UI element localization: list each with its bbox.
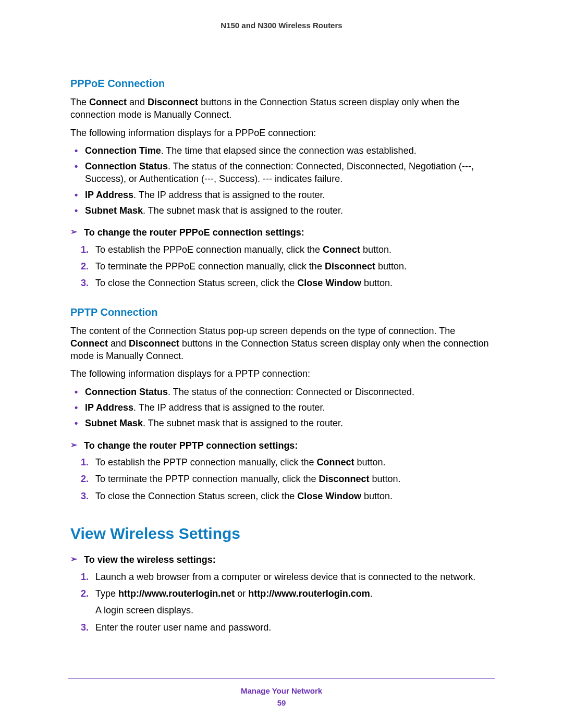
heading-wireless: View Wireless Settings [70,523,495,545]
wireless-procedure-heading: To view the wireless settings: [70,553,495,566]
bold: Subnet Mask [85,205,143,216]
bold: Disconnect [325,261,375,272]
bold: Connection Status [85,161,168,171]
bold: Disconnect [148,97,198,107]
text: . The status of the connection: Connecte… [168,387,414,397]
bold: Connection Time [85,145,161,156]
bold: Connect [70,338,108,349]
heading-pptp: PPTP Connection [70,305,495,319]
text: . The time that elapsed since the connec… [161,145,417,156]
pptp-procedure-heading: To change the router PPTP connection set… [70,439,495,452]
text: or [235,588,248,599]
list-item: To terminate the PPTP connection manuall… [95,473,495,485]
text: and [127,97,148,107]
page-footer: Manage Your Network 59 [0,678,563,707]
bold: IP Address [85,402,133,413]
bold: Connection Status [85,387,168,397]
text: To close the Connection Status screen, c… [95,491,297,501]
bold: Subnet Mask [85,418,143,428]
pptp-intro-2: The following information displays for a… [70,367,495,380]
text: . The subnet mask that is assigned to th… [143,418,343,428]
list-item: Launch a web browser from a computer or … [95,571,495,583]
footer-title: Manage Your Network [0,686,563,695]
list-item: Connection Time. The time that elapsed s… [85,144,495,157]
running-header: N150 and N300 Wireless Routers [0,0,563,30]
list-item: To establish the PPTP connection manuall… [95,456,495,468]
pptp-intro-1: The content of the Connection Status pop… [70,325,495,363]
text: Type [95,588,118,599]
text: button. [375,261,407,272]
bold: Connect [89,97,127,107]
wireless-steps: Launch a web browser from a computer or … [70,571,495,634]
text: . The IP address that is assigned to the… [133,190,325,200]
pppoe-bullets: Connection Time. The time that elapsed s… [70,144,495,217]
bold: Disconnect [319,474,370,484]
pppoe-intro-2: The following information displays for a… [70,127,495,139]
pppoe-steps: To establish the PPPoE connection manual… [70,243,495,290]
text: . The subnet mask that is assigned to th… [143,205,343,216]
text: A login screen displays. [95,604,495,616]
bold: http://www.routerlogin.com [248,588,370,599]
list-item: Type http://www.routerlogin.net or http:… [95,587,495,617]
pptp-steps: To establish the PPTP connection manuall… [70,456,495,502]
list-item: To terminate the PPPoE connection manual… [95,260,495,273]
list-item: Subnet Mask. The subnet mask that is ass… [85,417,495,429]
pppoe-intro-1: The Connect and Disconnect buttons in th… [70,96,495,121]
footer-rule [68,678,495,679]
text: button. [354,457,386,467]
bold: Close Window [297,491,361,501]
text: To terminate the PPPoE connection manual… [95,261,325,272]
pptp-bullets: Connection Status. The status of the con… [70,386,495,430]
text: To terminate the PPTP connection manuall… [95,474,319,484]
bold: http://www.routerlogin.net [118,588,235,599]
list-item: Connection Status. The status of the con… [85,160,495,186]
text: To establish the PPTP connection manuall… [95,457,317,467]
list-item: IP Address. The IP address that is assig… [85,401,495,414]
list-item: To establish the PPPoE connection manual… [95,243,495,256]
text: . [370,588,373,599]
text: button. [360,244,391,255]
heading-pppoe: PPPoE Connection [70,77,495,91]
list-item: Subnet Mask. The subnet mask that is ass… [85,204,495,217]
list-item: Enter the router user name and password. [95,621,495,634]
bold: Close Window [297,278,361,288]
bold: Connect [317,457,354,467]
text: button. [361,278,393,288]
page-number: 59 [0,698,563,707]
bold: Disconnect [129,338,179,349]
list-item: To close the Connection Status screen, c… [95,277,495,289]
text: The [70,97,89,107]
bold: Connect [323,244,360,255]
pppoe-procedure-heading: To change the router PPPoE connection se… [70,226,495,239]
list-item: Connection Status. The status of the con… [85,386,495,398]
text: button. [361,491,393,501]
page-content: PPPoE Connection The Connect and Disconn… [0,30,563,634]
text: . The IP address that is assigned to the… [133,402,325,413]
bold: IP Address [85,190,133,200]
text: To establish the PPPoE connection manual… [95,244,323,255]
text: and [108,338,129,349]
text: To close the Connection Status screen, c… [95,278,297,288]
list-item: IP Address. The IP address that is assig… [85,189,495,201]
list-item: To close the Connection Status screen, c… [95,490,495,502]
text: The content of the Connection Status pop… [70,326,455,336]
text: button. [370,474,401,484]
